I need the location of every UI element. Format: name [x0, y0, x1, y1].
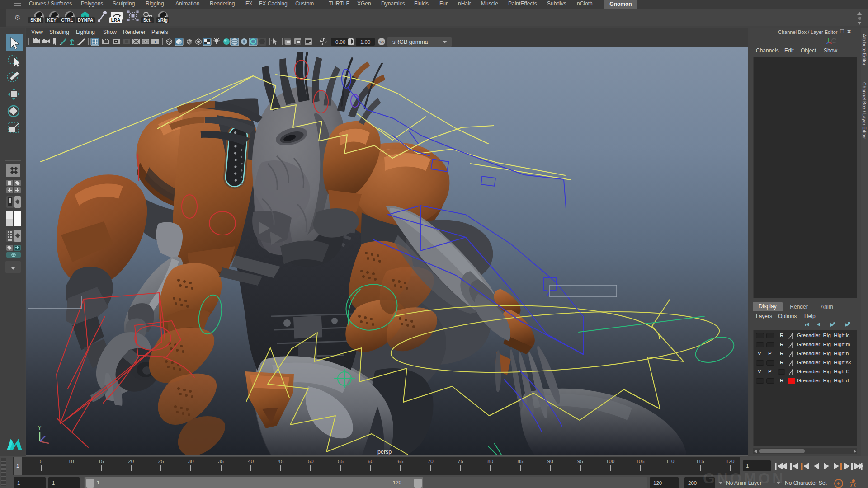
svg-text:0.00: 0.00: [335, 39, 345, 45]
svg-text:1.00: 1.00: [360, 39, 370, 45]
svg-text:sRGB gamma: sRGB gamma: [392, 39, 428, 45]
svg-text:470: 470: [379, 40, 384, 43]
svg-text:persp: persp: [377, 449, 392, 455]
svg-text:T: T: [154, 40, 156, 44]
svg-text:Y: Y: [38, 425, 42, 431]
